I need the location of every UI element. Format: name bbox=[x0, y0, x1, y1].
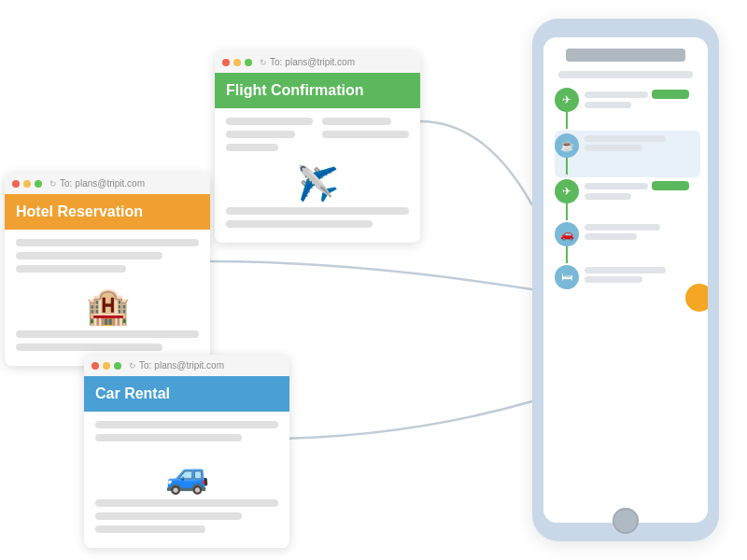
tl-yellow bbox=[233, 59, 241, 66]
ph-line-2a bbox=[585, 135, 666, 142]
tl-red bbox=[222, 59, 230, 66]
tl-green-c bbox=[114, 362, 121, 370]
traffic-lights-hotel bbox=[12, 180, 42, 188]
flight-banner: Flight Confirmation bbox=[215, 73, 420, 108]
ph-line-3b bbox=[585, 193, 631, 200]
car-card-header: ↻ To: plans@tripit.com bbox=[84, 355, 289, 376]
dot-coffee: ☕ bbox=[555, 133, 579, 158]
car-banner: Car Rental bbox=[84, 376, 289, 412]
to-label: To: bbox=[270, 57, 282, 67]
ph-line-4a bbox=[585, 224, 660, 231]
hotel-address: plans@tripit.com bbox=[75, 178, 145, 189]
ph-line-5b bbox=[585, 276, 642, 283]
ph-line-5a bbox=[585, 267, 666, 273]
phone: ✈ ☕ bbox=[532, 19, 719, 541]
v-line-2 bbox=[566, 158, 568, 175]
car-line-4 bbox=[95, 512, 242, 520]
hotel-card: ↻ To: plans@tripit.com Hotel Reservation… bbox=[5, 173, 210, 366]
tl-yellow-h bbox=[23, 180, 31, 188]
forward-icon-c: ↻ bbox=[129, 361, 136, 371]
flight-line-2 bbox=[226, 131, 295, 138]
flight-card: ↻ To: plans@tripit.com Flight Confirmati… bbox=[215, 51, 420, 243]
v-line-4 bbox=[566, 246, 568, 263]
tl-green bbox=[245, 59, 252, 66]
hotel-line-4 bbox=[16, 330, 199, 338]
flight-line-3 bbox=[226, 144, 278, 151]
hotel-image: 🏨 bbox=[16, 278, 199, 330]
phone-row-bed: 🛏 bbox=[555, 265, 700, 289]
phone-top-bar bbox=[566, 49, 685, 62]
hotel-card-header: ↻ To: plans@tripit.com bbox=[5, 173, 210, 194]
flight-line-6 bbox=[226, 207, 409, 215]
tl-red-c bbox=[92, 362, 99, 370]
ph-line-2b bbox=[585, 145, 642, 151]
flight-card-body: ✈️ bbox=[215, 108, 420, 243]
car-line-1 bbox=[95, 421, 278, 428]
tl-green-h bbox=[35, 180, 42, 188]
to-label-c: To: bbox=[139, 360, 151, 371]
ph-line-1b bbox=[585, 102, 631, 108]
flight-image: ✈️ bbox=[226, 157, 409, 207]
dot-bed: 🛏 bbox=[555, 265, 579, 289]
ph-badge-2 bbox=[652, 181, 689, 190]
dot-flight-2: ✈ bbox=[555, 179, 579, 203]
ph-line-4b bbox=[585, 233, 637, 240]
car-icon: 🚙 bbox=[165, 455, 209, 495]
hotel-line-1 bbox=[16, 239, 199, 246]
orange-dot bbox=[685, 284, 708, 312]
v-line-3 bbox=[566, 203, 568, 220]
v-line-1 bbox=[566, 112, 568, 129]
hotel-card-to: ↻ To: plans@tripit.com bbox=[49, 178, 145, 189]
car-image: 🚙 bbox=[95, 447, 278, 499]
phone-subbar bbox=[558, 71, 693, 78]
flight-card-header: ↻ To: plans@tripit.com bbox=[215, 51, 420, 73]
flight-line-1 bbox=[226, 118, 313, 125]
phone-screen: ✈ ☕ bbox=[543, 37, 708, 523]
car-card-to: ↻ To: plans@tripit.com bbox=[129, 360, 224, 371]
tl-yellow-c bbox=[103, 362, 110, 370]
ph-badge-1 bbox=[652, 90, 689, 99]
traffic-lights-flight bbox=[222, 59, 252, 66]
phone-home-button bbox=[613, 508, 639, 534]
car-card: ↻ To: plans@tripit.com Car Rental 🚙 bbox=[84, 355, 289, 548]
ph-line-1a bbox=[585, 91, 648, 98]
car-line-3 bbox=[95, 499, 278, 507]
dot-flight-1: ✈ bbox=[555, 88, 579, 112]
flight-card-to: ↻ To: plans@tripit.com bbox=[260, 57, 355, 67]
phone-row-car: 🚗 bbox=[555, 222, 700, 263]
hotel-line-2 bbox=[16, 252, 162, 259]
to-label-h: To: bbox=[60, 178, 72, 189]
hotel-icon: 🏨 bbox=[86, 287, 130, 326]
phone-row-bed-content bbox=[585, 265, 700, 283]
phone-row-flight-2-content bbox=[585, 179, 700, 203]
traffic-lights-car bbox=[92, 362, 121, 370]
tl-red-h bbox=[12, 180, 20, 188]
car-card-body: 🚙 bbox=[84, 412, 289, 548]
phone-row-flight-1-content bbox=[585, 88, 700, 111]
phone-row-car-content bbox=[585, 222, 700, 243]
hotel-card-body: 🏨 bbox=[5, 230, 210, 366]
ph-line-3a bbox=[585, 183, 648, 189]
forward-icon: ↻ bbox=[260, 58, 267, 67]
phone-timeline: ✈ ☕ bbox=[551, 88, 700, 289]
dot-car: 🚗 bbox=[555, 222, 579, 246]
phone-row-flight-2: ✈ bbox=[555, 179, 700, 220]
car-line-2 bbox=[95, 434, 242, 441]
phone-row-coffee: ☕ bbox=[555, 131, 700, 177]
car-address: plans@tripit.com bbox=[154, 360, 224, 371]
airplane-icon: ✈️ bbox=[297, 164, 339, 203]
car-line-5 bbox=[95, 525, 205, 533]
flight-line-4 bbox=[322, 118, 391, 125]
flight-line-5 bbox=[322, 131, 409, 138]
flight-address: plans@tripit.com bbox=[285, 57, 355, 67]
phone-row-flight-1: ✈ bbox=[555, 88, 700, 129]
forward-icon-h: ↻ bbox=[49, 179, 57, 189]
hotel-line-5 bbox=[16, 343, 162, 351]
flight-line-7 bbox=[226, 220, 373, 228]
hotel-line-3 bbox=[16, 265, 126, 273]
phone-row-coffee-content bbox=[585, 133, 700, 154]
hotel-banner: Hotel Reservation bbox=[5, 194, 210, 230]
